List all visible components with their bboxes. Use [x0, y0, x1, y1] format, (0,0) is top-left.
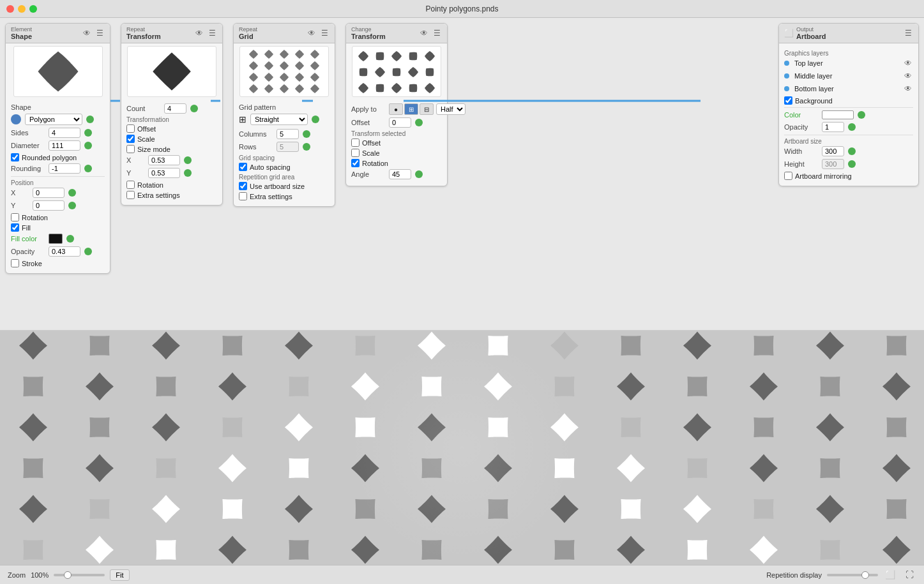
rt-y-indicator — [184, 169, 192, 177]
repeat-grid-title: Grid — [239, 33, 257, 40]
top-layer-eye[interactable]: 👁 — [903, 58, 913, 68]
fill-color-swatch[interactable] — [49, 234, 63, 244]
close-button[interactable] — [6, 5, 14, 13]
opacity-input[interactable] — [49, 246, 80, 257]
count-label: Count — [126, 105, 162, 112]
angle-input[interactable] — [389, 169, 411, 179]
change-transform-subtitle: Change — [351, 26, 386, 33]
minimize-button[interactable] — [18, 5, 26, 13]
ct-scale-cb[interactable] — [351, 149, 360, 157]
apply-to-select[interactable]: Half — [436, 103, 466, 115]
rt-y-row: Y — [126, 168, 217, 178]
apply-btn-circle[interactable]: ● — [389, 103, 403, 115]
rt-rotation-label: Rotation — [137, 181, 163, 189]
mirroring-checkbox[interactable] — [784, 172, 792, 180]
opacity-row: Opacity — [11, 246, 105, 257]
svg-point-13 — [347, 333, 577, 563]
element-shape-title: Shape — [11, 33, 32, 40]
rt-scale-checkbox[interactable] — [126, 135, 135, 143]
zoom-slider[interactable] — [54, 574, 105, 576]
bottom-layer-eye[interactable]: 👁 — [903, 84, 913, 94]
eye-icon[interactable]: 👁 — [82, 28, 92, 38]
change-transform-body: Apply to ● ⊞ ⊟ Half Offset — [346, 100, 447, 186]
artboard-header: ⬜ Output Artboard ☰ — [779, 24, 918, 43]
fill-checkbox[interactable] — [11, 223, 19, 232]
repetition-display-slider[interactable] — [827, 574, 878, 576]
rounding-label: Rounding — [11, 165, 46, 172]
repeat-grid-preview — [239, 46, 329, 97]
rt-offset-checkbox[interactable] — [126, 124, 135, 133]
pos-x-indicator — [68, 189, 76, 197]
change-transform-header: Change Transform 👁 ☰ — [346, 24, 447, 43]
shape-label: Shape — [11, 103, 46, 111]
sides-input[interactable] — [49, 128, 80, 138]
ab-opacity-input[interactable] — [822, 122, 844, 132]
grid-pattern-indicator — [312, 116, 319, 123]
apply-btn-grid[interactable]: ⊞ — [404, 103, 418, 115]
rg-extra-checkbox[interactable] — [239, 192, 247, 200]
background-row: Background — [784, 96, 913, 105]
opacity-indicator — [84, 248, 92, 255]
rounding-input[interactable] — [49, 163, 80, 174]
auto-spacing-checkbox[interactable] — [239, 163, 247, 171]
rt-rotation-checkbox[interactable] — [126, 181, 135, 189]
change-transform-panel: Change Transform 👁 ☰ — [345, 23, 448, 186]
menu-icon[interactable]: ☰ — [95, 28, 105, 38]
artboard-body: Graphics layers Top layer 👁 Middle layer… — [779, 43, 918, 186]
grid-pattern-select[interactable]: Straight — [250, 114, 308, 125]
angle-label: Angle — [351, 170, 386, 178]
rt-extra-checkbox[interactable] — [126, 191, 135, 199]
ab-color-swatch[interactable] — [822, 110, 854, 119]
rt-eye-icon[interactable]: 👁 — [194, 28, 204, 38]
ct-menu-icon[interactable]: ☰ — [432, 28, 442, 38]
use-artboard-checkbox[interactable] — [239, 182, 247, 190]
pos-x-input[interactable] — [33, 188, 64, 198]
apply-btn-all[interactable]: ⊟ — [420, 103, 434, 115]
background-label: Background — [795, 97, 833, 105]
rotation-label: Rotation — [22, 214, 48, 221]
ab-width-input[interactable] — [822, 146, 844, 156]
diameter-input[interactable] — [49, 140, 80, 151]
ct-offset-indicator — [415, 119, 423, 126]
rows-row: Rows — [239, 142, 329, 152]
rows-input[interactable] — [276, 142, 299, 152]
rt-x-input[interactable] — [148, 155, 180, 165]
graphics-layers-section: Graphics layers — [784, 50, 913, 57]
ab-menu-icon[interactable]: ☰ — [903, 28, 913, 38]
rt-sizemode-checkbox[interactable] — [126, 145, 135, 153]
ab-height-input[interactable] — [822, 159, 844, 169]
maximize-button[interactable] — [29, 5, 37, 13]
columns-input[interactable] — [276, 129, 299, 139]
position-section: Position — [11, 179, 105, 186]
ab-height-label: Height — [784, 160, 819, 168]
stroke-checkbox[interactable] — [11, 259, 19, 267]
repeat-grid-header: Repeat Grid 👁 ☰ — [234, 24, 335, 43]
ct-eye-icon[interactable]: 👁 — [419, 28, 429, 38]
rt-menu-icon[interactable]: ☰ — [207, 28, 217, 38]
shape-preview-path — [38, 52, 78, 92]
middle-layer-eye[interactable]: 👁 — [903, 71, 913, 81]
ct-offset-input[interactable] — [389, 117, 411, 128]
apply-to-btn-group: ● ⊞ ⊟ — [389, 103, 434, 115]
rounded-checkbox[interactable] — [11, 153, 19, 161]
ct-offset-cb[interactable] — [351, 139, 360, 147]
count-input[interactable] — [164, 103, 186, 114]
rt-y-input[interactable] — [148, 168, 180, 178]
pos-y-input[interactable] — [33, 200, 64, 211]
fullscreen-icon[interactable]: ⛶ — [902, 568, 916, 582]
element-shape-subtitle: Element — [11, 26, 32, 33]
apply-to-label: Apply to — [351, 105, 386, 113]
change-transform-title: Transform — [351, 33, 386, 40]
ct-rotation-cb-row: Rotation — [351, 159, 442, 167]
rotation-checkbox[interactable] — [11, 213, 19, 221]
fit-button[interactable]: Fit — [110, 569, 129, 581]
display-mode-icon[interactable]: ⬜ — [883, 568, 897, 582]
ct-offset-cb-label: Offset — [362, 139, 381, 147]
rg-menu-icon[interactable]: ☰ — [319, 28, 329, 38]
columns-label: Columns — [239, 130, 274, 138]
rg-eye-icon[interactable]: 👁 — [307, 28, 317, 38]
background-checkbox[interactable] — [784, 96, 792, 105]
ct-rotation-cb[interactable] — [351, 159, 360, 167]
ct-scale-cb-label: Scale — [362, 149, 380, 157]
shape-select[interactable]: Polygon — [25, 114, 82, 125]
